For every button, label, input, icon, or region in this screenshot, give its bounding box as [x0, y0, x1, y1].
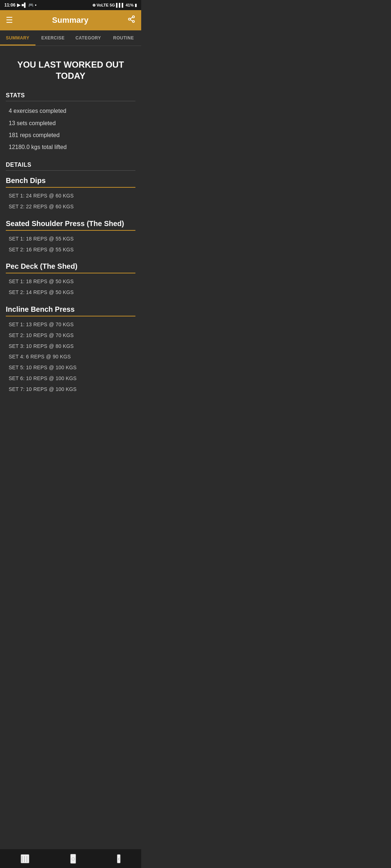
exercise-name-1: Seated Shoulder Press (The Shed) [6, 220, 135, 231]
battery-text: 41% [126, 3, 134, 7]
stat-reps: 181 reps completed [6, 129, 135, 141]
tab-exercise[interactable]: EXERCISE [35, 30, 71, 46]
status-right: ⊛ VoLTE 5G ▌▌▌ 41% ▮ [92, 3, 137, 8]
set-row: SET 3: 10 REPS @ 80 KGS [6, 341, 135, 352]
set-row: SET 5: 10 REPS @ 100 KGS [6, 362, 135, 373]
set-row: SET 4: 6 REPS @ 90 KGS [6, 352, 135, 362]
set-row: SET 6: 10 REPS @ 100 KGS [6, 373, 135, 384]
details-header: DETAILS [6, 162, 135, 171]
exercise-incline-bench: Incline Bench Press SET 1: 13 REPS @ 70 … [6, 305, 135, 395]
exercise-name-2: Pec Deck (The Shed) [6, 262, 135, 273]
app-title: Summary [52, 16, 88, 25]
menu-button[interactable]: ☰ [6, 16, 13, 25]
exercise-pec-deck: Pec Deck (The Shed) SET 1: 18 REPS @ 50 … [6, 262, 135, 298]
exercise-name-0: Bench Dips [6, 176, 135, 188]
set-row: SET 1: 18 REPS @ 55 KGS [6, 234, 135, 244]
exercise-name-3: Incline Bench Press [6, 305, 135, 316]
status-left: 11:06 ▶ ■▌ 🎮 • [4, 3, 37, 8]
main-content: YOU LAST WORKED OUT TODAY STATS 4 exerci… [0, 46, 141, 429]
set-row: SET 1: 24 REPS @ 60 KGS [6, 191, 135, 201]
stats-section: STATS 4 exercises completed 13 sets comp… [6, 92, 135, 153]
set-row: SET 2: 16 REPS @ 55 KGS [6, 244, 135, 255]
share-button[interactable] [127, 15, 135, 25]
workout-message: YOU LAST WORKED OUT TODAY [6, 52, 135, 92]
share-icon [127, 15, 135, 25]
exercise-shoulder-press: Seated Shoulder Press (The Shed) SET 1: … [6, 220, 135, 255]
set-row: SET 2: 14 REPS @ 50 KGS [6, 287, 135, 298]
bluetooth-icon: ⊛ [92, 3, 96, 8]
battery-icon: ▮ [135, 3, 137, 8]
svg-line-4 [130, 17, 133, 19]
status-bar: 11:06 ▶ ■▌ 🎮 • ⊛ VoLTE 5G ▌▌▌ 41% ▮ [0, 0, 141, 10]
tab-category[interactable]: CATEGORY [71, 30, 106, 46]
exercise-bench-dips: Bench Dips SET 1: 24 REPS @ 60 KGS SET 2… [6, 176, 135, 212]
network-icon: VoLTE 5G [97, 3, 115, 7]
svg-line-3 [130, 20, 133, 21]
details-section: DETAILS [6, 162, 135, 171]
status-time: 11:06 [4, 3, 16, 8]
tab-summary[interactable]: SUMMARY [0, 30, 35, 46]
set-row: SET 1: 13 REPS @ 70 KGS [6, 319, 135, 330]
hamburger-icon: ☰ [6, 16, 13, 25]
stat-weight: 12180.0 kgs total lifted [6, 141, 135, 153]
status-icons: ▶ ■▌ 🎮 • [17, 3, 37, 8]
stat-exercises: 4 exercises completed [6, 105, 135, 117]
tab-bar: SUMMARY EXERCISE CATEGORY ROUTINE [0, 30, 141, 46]
set-row: SET 1: 18 REPS @ 50 KGS [6, 276, 135, 287]
app-bar: ☰ Summary [0, 10, 141, 30]
stat-sets: 13 sets completed [6, 117, 135, 129]
set-row: SET 7: 10 REPS @ 100 KGS [6, 384, 135, 395]
set-row: SET 2: 22 REPS @ 60 KGS [6, 201, 135, 212]
signal-icon: ▌▌▌ [116, 3, 125, 7]
tab-routine[interactable]: ROUTINE [106, 30, 142, 46]
stats-header: STATS [6, 92, 135, 101]
set-row: SET 2: 10 REPS @ 70 KGS [6, 330, 135, 341]
